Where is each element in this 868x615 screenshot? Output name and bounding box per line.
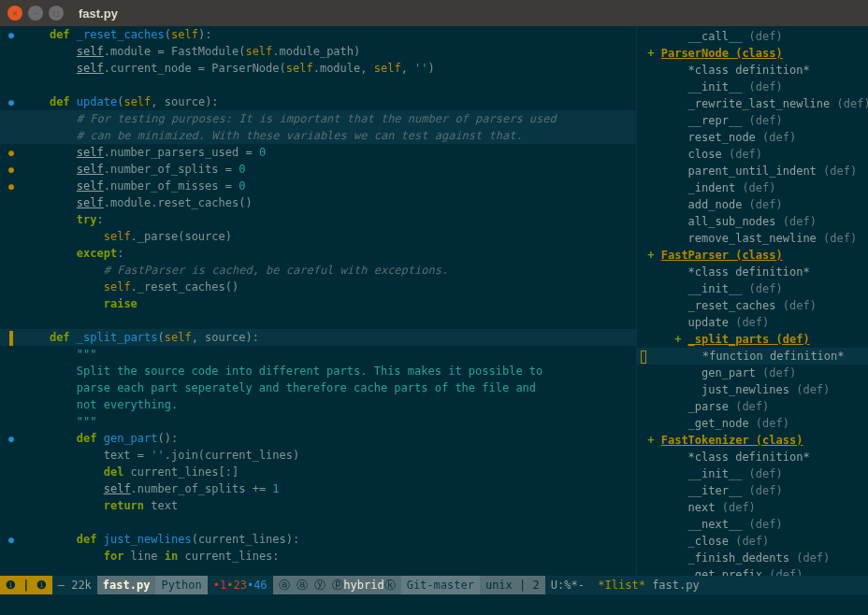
gutter (0, 346, 22, 363)
outline-item[interactable]: __init__ (def) (637, 79, 868, 95)
code-line[interactable]: """ (0, 413, 636, 430)
outline-item[interactable]: __repr__ (def) (637, 112, 868, 129)
outline-item[interactable]: parent_until_indent (def) (637, 163, 868, 179)
code-line[interactable]: self.module = FastModule(self.module_pat… (0, 43, 636, 60)
outline-pane[interactable]: __call__ (def) + ParserNode (class) *cla… (636, 26, 868, 576)
minimize-icon[interactable]: – (28, 6, 43, 21)
gutter (0, 329, 22, 346)
code-line[interactable]: self._reset_caches() (0, 279, 636, 295)
outline-item[interactable]: _get_prefix (def) (637, 566, 868, 576)
outline-item[interactable]: + _split_parts (def) (637, 331, 868, 348)
outline-item[interactable]: reset_node (def) (637, 129, 868, 146)
code-line[interactable] (0, 312, 636, 329)
gutter (0, 497, 22, 514)
sb-encoding: unix | 2 (480, 576, 545, 594)
outline-item[interactable]: close (def) (637, 146, 868, 163)
outline-item[interactable]: next (def) (637, 499, 868, 516)
outline-item[interactable]: update (def) (637, 314, 868, 331)
code-line[interactable]: self._parse(source) (0, 228, 636, 245)
code-line[interactable]: except: (0, 245, 636, 262)
gutter (0, 110, 22, 127)
outline-item[interactable]: __iter__ (def) (637, 482, 868, 499)
gutter (0, 312, 22, 329)
outline-item[interactable]: gen_part (def) (637, 365, 868, 381)
outline-item[interactable]: __next__ (def) (637, 516, 868, 533)
outline-item[interactable]: _parse (def) (637, 398, 868, 415)
code-line[interactable]: ● self.number_parsers_used = 0 (0, 144, 636, 161)
outline-item[interactable]: __init__ (def) (637, 465, 868, 482)
editor-area: ● def _reset_caches(self): self.module =… (0, 26, 868, 576)
code-line[interactable]: not everything. (0, 396, 636, 413)
code-line[interactable] (0, 77, 636, 93)
outline-item[interactable]: *class definition* (637, 62, 868, 79)
code-line[interactable]: Split the source code into different par… (0, 363, 636, 379)
outline-item[interactable]: + FastTokenizer (class) (637, 432, 868, 449)
gutter (0, 211, 22, 228)
code-line[interactable]: ● def gen_part(): (0, 430, 636, 447)
echo-area[interactable] (0, 594, 868, 615)
outline-item[interactable]: + FastParser (class) (637, 247, 868, 264)
window-title: fast.py (79, 7, 118, 21)
gutter (0, 245, 22, 262)
gutter (0, 396, 22, 413)
gutter: ● (0, 144, 22, 161)
sb-position: — 22k (52, 576, 97, 594)
code-line[interactable]: # FastParser is cached, be careful with … (0, 262, 636, 279)
gutter (0, 464, 22, 480)
outline-item[interactable]: __init__ (def) (637, 280, 868, 297)
code-line[interactable]: del current_lines[:] (0, 464, 636, 480)
gutter (0, 279, 22, 295)
outline-item[interactable]: _close (def) (637, 533, 868, 550)
outline-item[interactable]: *function definition* (637, 348, 868, 365)
outline-item[interactable]: *class definition* (637, 449, 868, 465)
code-line[interactable]: # For testing purposes: It is important … (0, 110, 636, 127)
sb-insert: ❶ | ❶ (0, 576, 52, 594)
code-line[interactable]: ● def update(self, source): (0, 93, 636, 110)
gutter (0, 413, 22, 430)
outline-item[interactable]: _indent (def) (637, 179, 868, 196)
close-icon[interactable]: ✕ (7, 6, 22, 21)
code-line[interactable]: ● self.number_of_misses = 0 (0, 178, 636, 194)
cursor-icon (641, 350, 646, 364)
sb-git: Git-master (401, 576, 480, 594)
code-line[interactable]: text = ''.join(current_lines) (0, 447, 636, 464)
code-line[interactable]: ● def just_newlines(current_lines): (0, 531, 636, 548)
code-line[interactable]: try: (0, 211, 636, 228)
code-line[interactable]: ● def _reset_caches(self): (0, 26, 636, 43)
code-line[interactable] (0, 514, 636, 531)
outline-item[interactable]: __call__ (def) (637, 28, 868, 45)
statusbar: ❶ | ❶ — 22k fast.py Python •1 •23 •46 ⓐ … (0, 576, 868, 594)
sb-right: U:%*- *Ilist* fast.py (545, 576, 868, 594)
code-line[interactable]: self.current_node = ParserNode(self.modu… (0, 60, 636, 77)
outline-item[interactable]: all_sub_nodes (def) (637, 213, 868, 230)
outline-item[interactable]: *class definition* (637, 264, 868, 280)
outline-item[interactable]: + ParserNode (class) (637, 45, 868, 62)
code-line[interactable]: """ (0, 346, 636, 363)
maximize-icon[interactable]: ▢ (49, 6, 64, 21)
code-line[interactable]: self.module.reset_caches() (0, 194, 636, 211)
outline-item[interactable]: _finish_dedents (def) (637, 550, 868, 566)
code-line[interactable]: return text (0, 497, 636, 514)
code-line[interactable]: # can be minimized. With these variables… (0, 127, 636, 144)
code-pane[interactable]: ● def _reset_caches(self): self.module =… (0, 26, 636, 576)
code-line[interactable]: for line in current_lines: (0, 548, 636, 565)
gutter: ● (0, 93, 22, 110)
outline-item[interactable]: _get_node (def) (637, 415, 868, 432)
code-line[interactable]: parse each part seperately and therefore… (0, 379, 636, 396)
gutter: ● (0, 430, 22, 447)
outline-item[interactable]: just_newlines (def) (637, 381, 868, 398)
gutter (0, 228, 22, 245)
outline-item[interactable]: _rewrite_last_newline (def) (637, 95, 868, 112)
gutter (0, 480, 22, 497)
outline-item[interactable]: remove_last_newline (def) (637, 230, 868, 247)
code-line[interactable]: self.number_of_splits += 1 (0, 480, 636, 497)
code-line[interactable]: ● self.number_of_splits = 0 (0, 161, 636, 178)
outline-item[interactable]: add_node (def) (637, 196, 868, 213)
gutter (0, 262, 22, 279)
outline-item[interactable]: _reset_caches (def) (637, 297, 868, 314)
gutter: ● (0, 26, 22, 43)
sb-minor: ⓐ ⓐ ⓨ ⓟ hybrid ⓚ (273, 576, 401, 594)
code-line[interactable]: def _split_parts(self, source): (0, 329, 636, 346)
gutter: ● (0, 178, 22, 194)
code-line[interactable]: raise (0, 295, 636, 312)
